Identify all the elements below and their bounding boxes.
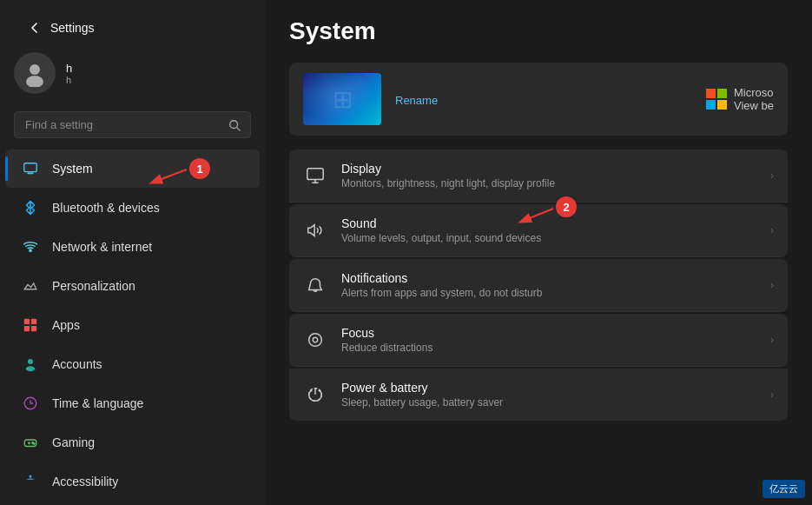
svg-point-12 bbox=[26, 366, 36, 371]
settings-desc: Sleep, battery usage, battery saver bbox=[341, 396, 756, 409]
svg-rect-20 bbox=[307, 169, 323, 180]
chevron-icon: › bbox=[770, 334, 774, 346]
settings-item-sound[interactable]: Sound Volume levels, output, input, soun… bbox=[289, 204, 788, 257]
sidebar-item-label: Accessibility bbox=[52, 475, 118, 488]
windows-logo: ⊞ bbox=[333, 85, 353, 114]
svg-point-0 bbox=[30, 64, 40, 75]
page-title: System bbox=[289, 17, 788, 45]
sidebar-item-apps[interactable]: Apps bbox=[5, 306, 260, 344]
user-email: h bbox=[66, 75, 72, 85]
settings-desc: Monitors, brightness, night light, displ… bbox=[341, 177, 756, 189]
notifications-icon bbox=[303, 273, 327, 297]
svg-point-24 bbox=[313, 337, 318, 342]
settings-label: Display bbox=[341, 162, 756, 176]
settings-label: Notifications bbox=[341, 271, 756, 285]
chevron-icon: › bbox=[770, 224, 774, 236]
sound-icon bbox=[303, 218, 327, 243]
power-icon bbox=[303, 382, 327, 407]
bluetooth-icon bbox=[21, 198, 40, 217]
apps-icon bbox=[21, 316, 40, 335]
search-icon bbox=[228, 119, 241, 131]
focus-icon bbox=[303, 328, 327, 352]
settings-item-display[interactable]: Display Monitors, brightness, night ligh… bbox=[289, 150, 788, 203]
sidebar-item-gaming[interactable]: Gaming bbox=[5, 423, 260, 462]
settings-item-text: Display Monitors, brightness, night ligh… bbox=[341, 162, 756, 189]
settings-label: Power & battery bbox=[341, 381, 756, 395]
sidebar-item-label: Accounts bbox=[52, 357, 102, 371]
svg-rect-5 bbox=[27, 173, 33, 175]
sidebar-item-system[interactable]: System bbox=[5, 150, 260, 188]
svg-point-23 bbox=[309, 334, 322, 347]
avatar bbox=[14, 52, 56, 94]
sidebar: Settings h h bbox=[0, 0, 265, 505]
svg-point-11 bbox=[28, 359, 33, 364]
chevron-icon: › bbox=[770, 279, 774, 291]
svg-point-6 bbox=[30, 249, 31, 251]
svg-rect-10 bbox=[31, 326, 36, 331]
microsoft-section: Microso View be bbox=[706, 86, 774, 112]
settings-item-text: Focus Reduce distractions bbox=[341, 326, 756, 354]
user-section: h h bbox=[0, 49, 265, 104]
user-name: h bbox=[66, 62, 72, 75]
search-container bbox=[0, 104, 265, 145]
settings-item-text: Sound Volume levels, output, input, soun… bbox=[341, 216, 756, 244]
settings-item-power[interactable]: Power & battery Sleep, battery usage, ba… bbox=[289, 369, 788, 421]
rename-button[interactable]: Rename bbox=[395, 94, 438, 107]
settings-label: Sound bbox=[341, 216, 756, 230]
nav-items: System Bluetooth & devices bbox=[0, 145, 265, 505]
microsoft-sublabel: View be bbox=[734, 99, 774, 112]
sidebar-item-time[interactable]: Time & language bbox=[5, 384, 260, 422]
sidebar-item-personalization[interactable]: Personalization bbox=[5, 267, 260, 305]
svg-rect-9 bbox=[24, 326, 30, 331]
search-input[interactable] bbox=[14, 111, 251, 138]
sidebar-item-label: Personalization bbox=[52, 279, 135, 293]
settings-desc: Alerts from apps and system, do not dist… bbox=[341, 287, 756, 299]
chevron-icon: › bbox=[770, 169, 774, 182]
watermark: 亿云云 bbox=[762, 480, 805, 498]
sidebar-item-accounts[interactable]: Accounts bbox=[5, 345, 260, 383]
user-info: h h bbox=[66, 62, 72, 85]
svg-point-18 bbox=[33, 443, 35, 445]
time-icon bbox=[21, 394, 40, 413]
settings-desc: Reduce distractions bbox=[341, 342, 756, 354]
network-icon bbox=[21, 237, 40, 256]
device-card: ⊞ Rename Microso View be bbox=[289, 63, 788, 136]
sidebar-item-label: Time & language bbox=[52, 396, 143, 410]
settings-list: Display Monitors, brightness, night ligh… bbox=[289, 150, 788, 421]
sidebar-item-label: Gaming bbox=[52, 435, 95, 449]
svg-rect-7 bbox=[24, 319, 30, 324]
accounts-icon bbox=[21, 355, 40, 374]
device-image: ⊞ bbox=[303, 73, 381, 125]
gaming-icon bbox=[21, 433, 40, 452]
sidebar-item-network[interactable]: Network & internet bbox=[5, 228, 260, 266]
svg-point-1 bbox=[26, 76, 43, 87]
microsoft-logo bbox=[706, 89, 727, 110]
accessibility-icon bbox=[21, 472, 40, 491]
chevron-icon: › bbox=[770, 389, 774, 401]
microsoft-label: Microso bbox=[734, 86, 774, 99]
main-content: System ⊞ Rename Microso View be bbox=[265, 0, 812, 505]
sidebar-item-label: Network & internet bbox=[52, 240, 152, 254]
sidebar-item-accessibility[interactable]: Accessibility bbox=[5, 462, 260, 501]
svg-rect-4 bbox=[24, 163, 36, 172]
svg-rect-8 bbox=[31, 319, 36, 324]
back-button[interactable]: Settings bbox=[14, 14, 109, 42]
settings-item-text: Notifications Alerts from apps and syste… bbox=[341, 271, 756, 299]
sidebar-item-privacy[interactable]: Privacy & security bbox=[5, 502, 260, 505]
svg-point-19 bbox=[30, 475, 32, 478]
display-icon bbox=[303, 163, 327, 188]
window-title: Settings bbox=[50, 21, 95, 35]
device-info: Rename bbox=[395, 90, 692, 108]
sidebar-item-bluetooth[interactable]: Bluetooth & devices bbox=[5, 189, 260, 227]
settings-item-text: Power & battery Sleep, battery usage, ba… bbox=[341, 381, 756, 409]
svg-line-3 bbox=[237, 127, 241, 130]
system-icon bbox=[21, 159, 40, 178]
settings-label: Focus bbox=[341, 326, 756, 340]
settings-desc: Volume levels, output, input, sound devi… bbox=[341, 232, 756, 244]
sidebar-item-label: Bluetooth & devices bbox=[52, 201, 160, 215]
settings-item-focus[interactable]: Focus Reduce distractions › bbox=[289, 314, 788, 367]
sidebar-header: Settings bbox=[0, 0, 265, 49]
sidebar-item-label: System bbox=[52, 162, 93, 176]
settings-item-notifications[interactable]: Notifications Alerts from apps and syste… bbox=[289, 259, 788, 312]
personalization-icon bbox=[21, 276, 40, 296]
